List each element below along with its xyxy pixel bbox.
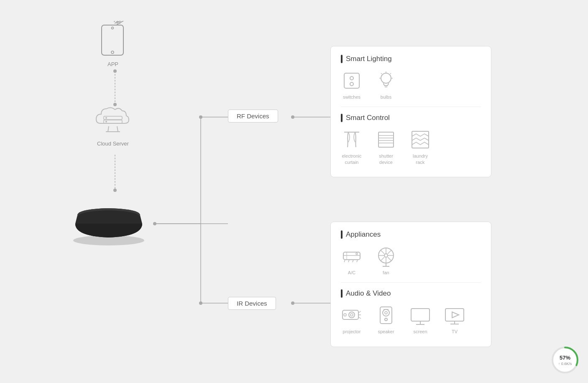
svg-line-26	[117, 126, 118, 132]
svg-line-25	[108, 126, 109, 132]
appliances-title: Appliances	[341, 230, 481, 239]
rf-label: RF Devices	[237, 112, 269, 120]
progress-sub: ↑ 0.6K/s	[558, 362, 572, 366]
ir-label: IR Devices	[237, 300, 267, 307]
ac-item: A/C	[341, 245, 363, 276]
curtain-item: electroniccurtain	[341, 129, 363, 165]
svg-rect-83	[445, 309, 464, 321]
ac-label: A/C	[348, 270, 355, 276]
screen-item: screen	[409, 304, 431, 334]
rack-icon	[409, 129, 431, 151]
hub-icon	[71, 201, 146, 247]
switch-label: switches	[343, 94, 360, 100]
progress-percent: 57%	[560, 355, 570, 361]
svg-line-65	[381, 257, 384, 261]
svg-point-70	[350, 314, 353, 316]
cloud-label: Cloud Server	[97, 140, 129, 147]
svg-point-20	[117, 23, 118, 25]
svg-point-23	[105, 117, 107, 119]
app-icon	[98, 21, 128, 59]
panel-ir: Appliances A/C	[330, 222, 491, 347]
rf-devices-box: RF Devices	[228, 110, 278, 123]
bulb-icon	[375, 70, 397, 92]
svg-point-32	[350, 82, 353, 86]
switch-item: switches	[341, 70, 363, 100]
audio-video-icons: projector speaker	[341, 304, 481, 334]
ir-devices-box: IR Devices	[228, 297, 276, 310]
panel-rf: Smart Lighting switches	[330, 46, 491, 177]
audio-video-title: Audio & Video	[341, 289, 481, 298]
svg-line-63	[388, 257, 391, 261]
screen-icon	[409, 304, 431, 326]
progress-circle-container: 57% ↑ 0.6K/s	[550, 345, 580, 375]
svg-point-69	[349, 312, 355, 318]
svg-point-9	[199, 301, 202, 305]
switch-icon	[341, 70, 363, 92]
app-label: APP	[107, 61, 118, 67]
svg-point-51	[356, 253, 358, 255]
projector-label: projector	[343, 329, 361, 334]
svg-point-14	[291, 301, 294, 305]
diagram-container: APP Cloud Server	[0, 0, 588, 383]
shutter-icon	[375, 129, 397, 151]
appliances-icons: A/C fan	[341, 245, 481, 276]
svg-rect-42	[378, 132, 394, 147]
smart-lighting-title: Smart Lighting	[341, 55, 481, 63]
svg-rect-47	[412, 131, 429, 148]
smart-lighting-icons: switches bulbs	[341, 70, 481, 100]
smart-control-icons: electroniccurtain shutterdevice	[341, 129, 481, 165]
tv-label: TV	[452, 329, 458, 334]
svg-marker-84	[452, 312, 459, 318]
svg-line-39	[381, 73, 382, 74]
rack-item: laundryrack	[409, 129, 431, 165]
app-node: APP	[88, 21, 138, 67]
svg-line-62	[381, 250, 384, 254]
svg-line-52	[344, 260, 345, 262]
speaker-item: speaker	[375, 304, 397, 334]
curtain-icon	[341, 129, 363, 151]
fan-label: fan	[383, 270, 389, 276]
smart-control-title: Smart Control	[341, 114, 481, 122]
cloud-node: Cloud Server	[84, 100, 142, 147]
tv-item: TV	[444, 304, 465, 334]
svg-point-2	[113, 189, 117, 192]
svg-point-18	[112, 27, 114, 29]
cloud-icon	[92, 100, 134, 138]
shutter-item: shutterdevice	[375, 129, 397, 165]
projector-icon	[341, 304, 363, 326]
fan-item: fan	[375, 245, 397, 276]
svg-point-74	[344, 314, 346, 316]
svg-point-31	[350, 77, 353, 80]
svg-line-37	[390, 73, 391, 74]
ac-icon	[341, 245, 363, 267]
hub-node	[63, 201, 155, 247]
svg-point-77	[385, 312, 387, 314]
screen-label: screen	[413, 329, 427, 334]
svg-line-64	[388, 250, 391, 254]
tv-icon	[444, 304, 465, 326]
svg-point-33	[381, 73, 391, 83]
svg-point-76	[383, 309, 389, 316]
fan-icon	[375, 245, 397, 267]
curtain-label: electroniccurtain	[342, 153, 361, 165]
svg-point-7	[199, 115, 202, 119]
svg-point-15	[113, 69, 117, 73]
bulb-label: bulbs	[381, 94, 391, 100]
speaker-label: speaker	[378, 329, 394, 334]
bulb-item: bulbs	[375, 70, 397, 100]
svg-point-57	[384, 254, 388, 257]
speaker-icon	[375, 304, 397, 326]
svg-point-19	[111, 51, 114, 54]
shutter-label: shutterdevice	[379, 153, 393, 165]
svg-point-12	[291, 115, 294, 119]
svg-point-78	[385, 318, 387, 321]
projector-item: projector	[341, 304, 363, 334]
panel-divider-2	[341, 282, 481, 283]
panel-divider-1	[341, 107, 481, 107]
rack-label: laundryrack	[413, 153, 428, 165]
svg-rect-80	[411, 309, 429, 321]
svg-rect-17	[102, 25, 123, 55]
svg-point-24	[105, 121, 107, 123]
